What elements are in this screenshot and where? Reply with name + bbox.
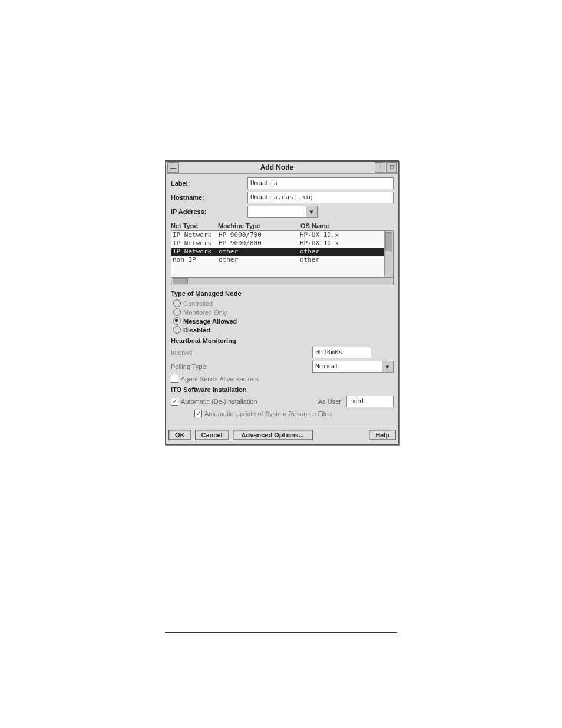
cancel-button[interactable]: Cancel — [195, 430, 229, 440]
heartbeat-title: Heartbeat Monitoring — [171, 337, 394, 344]
header-osname: OS Name — [300, 222, 394, 229]
as-user-input[interactable]: root — [346, 396, 394, 407]
label-input[interactable]: Umuahia — [247, 177, 394, 189]
hostname-label: Hostname: — [171, 194, 247, 201]
minimize-button[interactable]: · — [375, 162, 385, 173]
radio-message-allowed[interactable]: Message Allowed — [173, 317, 394, 325]
maximize-button[interactable]: □ — [386, 162, 397, 173]
help-button[interactable]: Help — [369, 430, 396, 440]
list-horizontal-scrollbar[interactable] — [171, 278, 394, 285]
managed-node-title: Type of Managed Node — [171, 290, 394, 297]
agent-alive-label: Agent Sends Alive Packets — [181, 375, 258, 383]
ip-address-input[interactable] — [247, 206, 306, 218]
polling-type-select[interactable]: Normal — [312, 361, 382, 373]
radio-icon — [173, 326, 181, 334]
polling-type-dropdown-icon[interactable]: ▾ — [382, 361, 394, 373]
radio-disabled[interactable]: Disabled — [173, 326, 394, 334]
node-type-listbox[interactable]: IP Network HP 9000/700 HP-UX 10.x IP Net… — [171, 230, 394, 278]
ip-address-dropdown-icon[interactable]: ▾ — [306, 206, 318, 218]
header-nettype: Net Type — [171, 222, 218, 229]
hostname-input[interactable]: Umuahia.east.nig — [247, 192, 394, 203]
interval-input[interactable]: 0h10m0s — [312, 347, 371, 358]
label-label: Label: — [171, 180, 247, 187]
managed-node-radiogroup: Controlled Monitored Only Message Allowe… — [173, 299, 394, 334]
radio-controlled[interactable]: Controlled — [173, 299, 394, 307]
list-item[interactable]: IP Network HP 9000/800 HP-UX 10.x — [171, 239, 384, 248]
agent-alive-checkbox[interactable] — [171, 375, 178, 383]
radio-icon — [173, 308, 181, 316]
radio-icon — [173, 299, 181, 307]
polling-type-label: Polling Type: — [171, 363, 312, 370]
scrollbar-thumb[interactable] — [385, 232, 392, 251]
radio-icon — [173, 317, 181, 325]
header-machine: Machine Type — [218, 222, 300, 229]
as-user-label: As User: — [318, 398, 343, 405]
auto-install-checkbox[interactable] — [171, 398, 178, 406]
auto-install-label: Automatic (De-)Installation — [181, 398, 257, 405]
list-item[interactable]: non IP other other — [171, 256, 384, 264]
list-headers: Net Type Machine Type OS Name — [171, 222, 394, 229]
button-row: OK Cancel Advanced Options... Help — [166, 426, 398, 444]
scrollbar-thumb[interactable] — [173, 278, 188, 284]
list-item[interactable]: IP Network HP 9000/700 HP-UX 10.x — [171, 231, 384, 239]
system-menu-icon[interactable]: — — [167, 162, 179, 173]
add-node-dialog: — Add Node · □ Label: Umuahia Hostname: … — [165, 160, 399, 445]
radio-monitored[interactable]: Monitored Only — [173, 308, 394, 316]
list-vertical-scrollbar[interactable] — [384, 231, 393, 277]
interval-label: Interval: — [171, 349, 312, 356]
list-item[interactable]: IP Network other other — [171, 248, 384, 256]
page-footer-rule — [165, 632, 397, 633]
advanced-options-button[interactable]: Advanced Options... — [233, 430, 313, 440]
ok-button[interactable]: OK — [168, 430, 191, 440]
window-title: Add Node — [179, 163, 375, 172]
auto-update-label: Automatic Update of System Resource File… — [204, 410, 332, 417]
titlebar: — Add Node · □ — [166, 162, 398, 174]
ito-title: ITO Software Installation — [171, 386, 394, 393]
ip-address-label: IP Address: — [171, 208, 247, 215]
auto-update-checkbox[interactable] — [194, 410, 202, 417]
